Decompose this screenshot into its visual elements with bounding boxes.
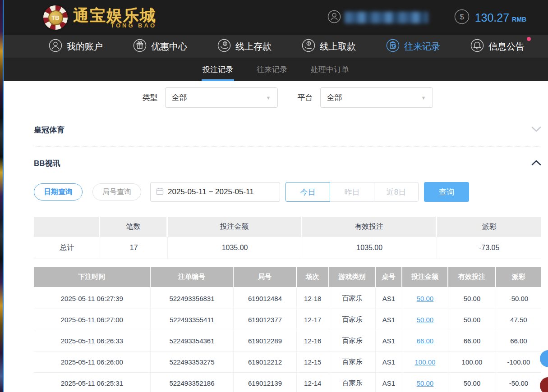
col-table-number: 桌号 xyxy=(376,267,402,288)
poker-chip-icon: TB xyxy=(43,5,68,30)
summary-total-label: 总计 xyxy=(34,237,100,259)
date-query-button[interactable]: 日期查询 xyxy=(34,183,83,201)
username-blurred[interactable] xyxy=(345,12,428,23)
nav-item-promotions[interactable]: 优惠中心 xyxy=(133,39,187,54)
type-filter-label: 类型 xyxy=(143,92,158,103)
chip-label: TB xyxy=(48,10,63,25)
tab-pending-orders[interactable]: 处理中订单 xyxy=(310,58,350,81)
svg-text:$: $ xyxy=(224,42,226,45)
brand-logo[interactable]: TB 通宝娱乐城 TONG BAO xyxy=(43,5,157,30)
game-type: 百家乐 xyxy=(329,288,376,309)
round-number: 619012139 xyxy=(234,373,297,392)
bet-time: 2025-05-11 06:26:33 xyxy=(34,330,151,351)
records-clipboard-clock-icon xyxy=(386,39,400,54)
bet-amount-link[interactable]: 100.00 xyxy=(414,358,435,366)
valid-bet: 100.00 xyxy=(448,351,496,373)
bet-time: 2025-05-11 06:26:00 xyxy=(34,351,151,373)
account-area: $ 130.27 RMB xyxy=(327,9,526,26)
game-type: 百家乐 xyxy=(329,309,376,330)
game-type: 百家乐 xyxy=(329,351,376,373)
main-nav: 我的账户 优惠中心 $ 线上存款 xyxy=(4,35,548,58)
payout: 66.00 xyxy=(496,330,541,351)
summary-valid: 1035.00 xyxy=(302,237,437,259)
section-divider xyxy=(34,146,541,146)
col-payout: 派彩 xyxy=(496,267,541,288)
nav-item-my-account[interactable]: 我的账户 xyxy=(49,39,103,54)
table-number: AS1 xyxy=(376,330,402,351)
nav-item-transaction-records[interactable]: 往来记录 xyxy=(386,39,440,54)
table-row: 2025-05-11 06:26:00 522493353275 6190122… xyxy=(34,351,541,373)
date-range-input[interactable]: 2025-05-11 ~ 2025-05-11 xyxy=(150,182,280,202)
payout: -50.00 xyxy=(496,288,541,309)
summary-header-count: 笔数 xyxy=(100,217,168,237)
user-icon xyxy=(327,10,341,25)
table-number: AS1 xyxy=(376,351,402,373)
table-number: AS1 xyxy=(376,309,402,330)
record-tabs: 投注记录 往来记录 处理中订单 xyxy=(4,58,548,81)
game-type: 百家乐 xyxy=(329,373,376,392)
summary-payout: -73.05 xyxy=(437,237,541,259)
chevron-down-icon: ▼ xyxy=(266,95,271,100)
bet-time: 2025-05-11 06:25:31 xyxy=(34,373,151,392)
section-title: BB视讯 xyxy=(34,158,60,169)
notification-dot xyxy=(527,37,531,41)
withdraw-hand-coin-icon: $ xyxy=(302,39,315,54)
table-row: 2025-05-11 06:26:33 522493354361 6190122… xyxy=(34,330,541,351)
tab-bet-records[interactable]: 投注记录 xyxy=(202,58,234,81)
last-8-days-button[interactable]: 近8日 xyxy=(374,182,419,202)
valid-bet: 50.00 xyxy=(448,309,496,330)
col-game-type: 游戏类别 xyxy=(329,267,376,288)
tab-transaction-records[interactable]: 往来记录 xyxy=(256,58,288,81)
payout: 47.50 xyxy=(496,309,541,330)
summary-table: 笔数 投注金额 有效投注 派彩 总计 17 1035.00 1035.00 -7… xyxy=(34,217,541,259)
date-range-value: 2025-05-11 ~ 2025-05-11 xyxy=(168,187,254,196)
table-number: AS1 xyxy=(376,288,402,309)
col-bet-amount: 投注金额 xyxy=(402,267,448,288)
round-query-button[interactable]: 局号查询 xyxy=(92,183,141,201)
order-number: 522493356831 xyxy=(151,288,234,309)
round-number: 619012484 xyxy=(234,288,297,309)
user-circle-icon xyxy=(49,39,62,54)
section-bb-video[interactable]: BB视讯 xyxy=(34,158,541,169)
bet-amount-link[interactable]: 50.00 xyxy=(417,295,434,302)
nav-item-withdraw[interactable]: $ 线上取款 xyxy=(302,39,356,54)
section-title: 皇冠体育 xyxy=(34,125,64,135)
col-valid-bet: 有效投注 xyxy=(448,267,496,288)
round-number: 619012212 xyxy=(234,351,297,373)
session: 12-18 xyxy=(297,288,329,309)
platform-select[interactable]: 全部 ▼ xyxy=(320,87,433,108)
balance-amount: 130.27 xyxy=(475,11,509,24)
section-crown-sports[interactable]: 皇冠体育 xyxy=(34,125,541,135)
col-session: 场次 xyxy=(297,267,329,288)
session: 12-15 xyxy=(297,351,329,373)
col-bet-time: 下注时间 xyxy=(34,267,151,288)
search-button[interactable]: 查询 xyxy=(424,182,469,202)
chevron-up-icon[interactable] xyxy=(531,160,541,168)
table-row: 2025-05-11 06:27:00 522493355411 6190123… xyxy=(34,309,541,330)
summary-count: 17 xyxy=(100,237,168,259)
bet-time: 2025-05-11 06:27:39 xyxy=(34,288,151,309)
type-select[interactable]: 全部 ▼ xyxy=(165,87,278,108)
session: 12-14 xyxy=(297,373,329,392)
nav-item-deposit[interactable]: $ 线上存款 xyxy=(217,39,272,54)
order-number: 522493353275 xyxy=(151,351,234,373)
content-panel: 类型 全部 ▼ 平台 全部 ▼ 皇冠体育 BB视讯 日期查询 局号查询 xyxy=(4,81,548,392)
valid-bet: 66.00 xyxy=(448,330,496,351)
bet-amount-link[interactable]: 50.00 xyxy=(417,379,434,387)
chevron-down-icon[interactable] xyxy=(531,126,541,134)
col-round-number: 局号 xyxy=(234,267,297,288)
bet-records-table: 下注时间 注单编号 局号 场次 游戏类别 桌号 投注金额 有效投注 派彩 202… xyxy=(34,267,541,392)
nav-item-announcements[interactable]: 信息公告 xyxy=(470,39,525,54)
query-controls: 日期查询 局号查询 2025-05-11 ~ 2025-05-11 今日 昨日 … xyxy=(34,182,541,202)
svg-text:$: $ xyxy=(308,42,310,45)
bet-amount-link[interactable]: 66.00 xyxy=(417,337,434,345)
summary-header-bet: 投注金额 xyxy=(168,217,302,237)
bet-amount-link[interactable]: 50.00 xyxy=(417,316,434,324)
order-number: 522493354361 xyxy=(151,330,234,351)
col-order-number: 注单编号 xyxy=(151,267,234,288)
valid-bet: 50.00 xyxy=(448,288,496,309)
today-button[interactable]: 今日 xyxy=(286,182,330,202)
round-number: 619012289 xyxy=(234,330,297,351)
bet-time: 2025-05-11 06:27:00 xyxy=(34,309,151,330)
yesterday-button[interactable]: 昨日 xyxy=(330,182,374,202)
